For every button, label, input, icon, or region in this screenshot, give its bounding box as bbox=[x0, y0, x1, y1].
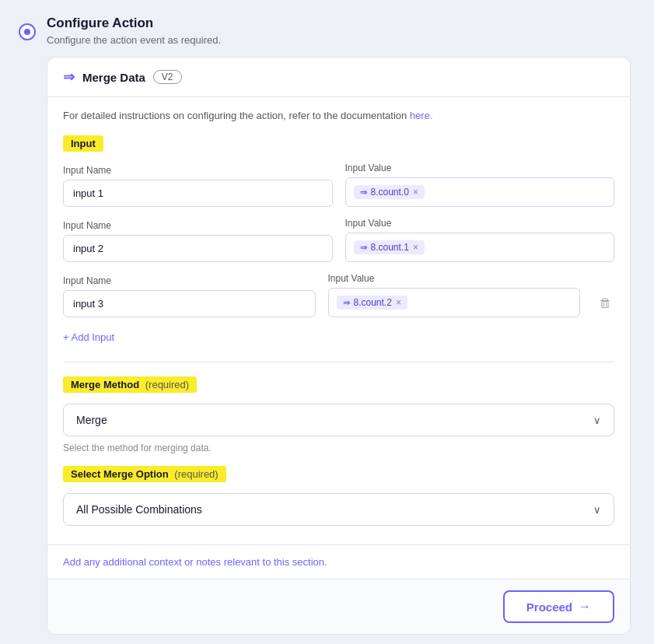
input-value-label-3: Input Value bbox=[328, 273, 581, 284]
input-name-field-1[interactable] bbox=[63, 180, 333, 207]
tag-1: ⇒ 8.count.0 × bbox=[354, 185, 425, 199]
tag-icon-1: ⇒ bbox=[360, 187, 367, 198]
tag-text-2: 8.count.1 bbox=[371, 242, 409, 253]
input-row-1: Input Name Input Value ⇒ 8.count.0 × bbox=[63, 163, 614, 207]
input-name-field-3[interactable] bbox=[63, 290, 316, 317]
card-footer: Proceed → bbox=[47, 579, 630, 634]
input-value-group-3: Input Value ⇒ 8.count.2 × bbox=[328, 273, 581, 317]
input-value-field-1[interactable]: ⇒ 8.count.0 × bbox=[345, 177, 615, 207]
delete-row-3-button[interactable] bbox=[596, 294, 614, 316]
merge-method-dropdown[interactable]: Merge ∨ bbox=[63, 404, 614, 436]
input-value-group-1: Input Value ⇒ 8.count.0 × bbox=[345, 163, 615, 207]
input-name-label-1: Input Name bbox=[63, 165, 333, 176]
merge-method-selected: Merge bbox=[76, 414, 107, 426]
merge-method-chevron-icon: ∨ bbox=[593, 415, 601, 426]
main-content: Configure Action Configure the action ev… bbox=[39, 16, 638, 644]
step-circle-inner bbox=[24, 29, 30, 35]
tag-close-3[interactable]: × bbox=[396, 298, 401, 307]
input-section-label: Input bbox=[63, 135, 103, 152]
card-header-title: Merge Data bbox=[82, 71, 145, 84]
tag-2: ⇒ 8.count.1 × bbox=[354, 240, 425, 254]
merge-option-selected: All Possible Combinations bbox=[76, 503, 202, 516]
card-header: ⇒ Merge Data V2 bbox=[47, 58, 630, 97]
merge-option-chevron-icon: ∨ bbox=[593, 504, 601, 516]
card-body: For detailed instructions on configuring… bbox=[47, 97, 630, 544]
merge-option-dropdown-wrapper: All Possible Combinations ∨ bbox=[63, 493, 614, 526]
merge-option-label: Select Merge Option (required) bbox=[63, 466, 226, 482]
input-row-3: Input Name Input Value ⇒ 8.count.2 × bbox=[63, 273, 614, 317]
tag-3: ⇒ 8.count.2 × bbox=[337, 296, 407, 310]
tag-close-2[interactable]: × bbox=[413, 243, 418, 252]
input-name-label-3: Input Name bbox=[63, 275, 316, 286]
input-name-field-2[interactable] bbox=[63, 235, 333, 262]
page-title: Configure Action bbox=[47, 16, 631, 31]
input-value-label-1: Input Value bbox=[345, 163, 615, 173]
svg-rect-1 bbox=[602, 302, 608, 308]
configure-card: ⇒ Merge Data V2 For detailed instruction… bbox=[47, 57, 631, 635]
info-text: For detailed instructions on configuring… bbox=[63, 110, 614, 121]
merge-option-required: (required) bbox=[174, 468, 218, 480]
tag-close-1[interactable]: × bbox=[413, 187, 418, 197]
add-input-button[interactable]: + Add Input bbox=[63, 328, 114, 346]
proceed-label: Proceed bbox=[526, 600, 572, 614]
add-notes-link[interactable]: Add any additional context or notes rele… bbox=[47, 544, 630, 579]
proceed-arrow-icon: → bbox=[579, 600, 591, 614]
input-row-2: Input Name Input Value ⇒ 8.count.1 × bbox=[63, 218, 614, 262]
input-name-group-3: Input Name bbox=[63, 275, 316, 317]
input-section: Input Input Name Input Value ⇒ bbox=[63, 135, 614, 346]
input-name-group-1: Input Name bbox=[63, 165, 333, 207]
merge-method-hint: Select the method for merging data. bbox=[63, 443, 614, 453]
step-circle bbox=[19, 23, 36, 40]
merge-option-dropdown[interactable]: All Possible Combinations ∨ bbox=[63, 493, 614, 526]
merge-data-icon: ⇒ bbox=[63, 68, 75, 86]
merge-method-section: Merge Method (required) Merge ∨ Select t… bbox=[63, 376, 614, 453]
tag-icon-3: ⇒ bbox=[343, 298, 350, 308]
page-wrapper: Configure Action Configure the action ev… bbox=[16, 16, 638, 644]
merge-option-section: Select Merge Option (required) All Possi… bbox=[63, 466, 614, 526]
input-name-label-2: Input Name bbox=[63, 220, 333, 231]
input-value-group-2: Input Value ⇒ 8.count.1 × bbox=[345, 218, 615, 262]
merge-method-label: Merge Method (required) bbox=[63, 376, 197, 393]
input-value-field-3[interactable]: ⇒ 8.count.2 × bbox=[328, 288, 581, 317]
divider-1 bbox=[63, 362, 614, 362]
input-name-group-2: Input Name bbox=[63, 220, 333, 262]
merge-method-required: (required) bbox=[145, 379, 189, 390]
left-rail bbox=[16, 16, 39, 644]
input-value-field-2[interactable]: ⇒ 8.count.1 × bbox=[345, 233, 615, 262]
tag-icon-2: ⇒ bbox=[360, 243, 367, 253]
tag-text-1: 8.count.0 bbox=[371, 187, 409, 198]
page-subtitle: Configure the action event as required. bbox=[47, 34, 631, 46]
input-value-label-2: Input Value bbox=[345, 218, 615, 229]
tag-text-3: 8.count.2 bbox=[354, 297, 392, 308]
proceed-button[interactable]: Proceed → bbox=[503, 590, 614, 623]
documentation-link[interactable]: here. bbox=[410, 110, 433, 121]
version-badge: V2 bbox=[153, 70, 182, 84]
merge-method-dropdown-wrapper: Merge ∨ bbox=[63, 404, 614, 436]
